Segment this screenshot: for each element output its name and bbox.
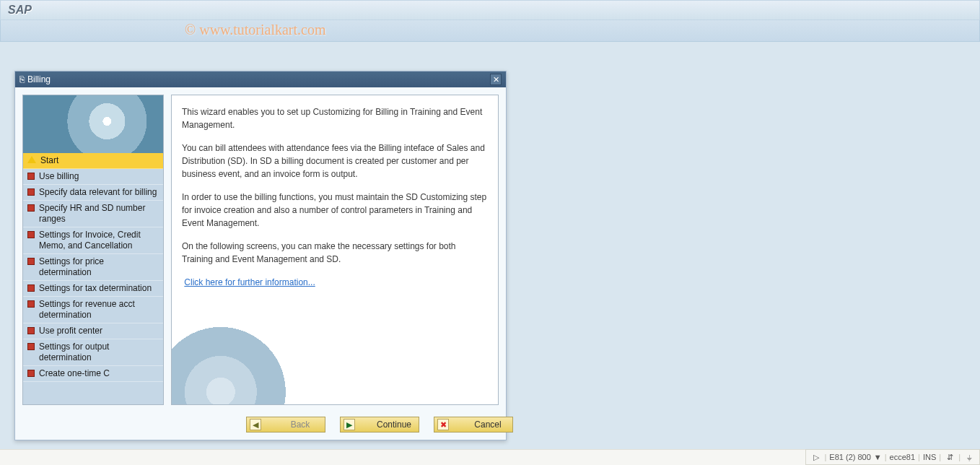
separator: | <box>885 453 887 461</box>
watermark: © www.tutorialkart.com <box>185 22 326 38</box>
step-icon <box>27 231 35 238</box>
wizard-sidebar: Start Use billing Specify data relevant … <box>22 95 164 405</box>
back-icon: ◀ <box>250 419 261 430</box>
app-title: SAP <box>8 4 32 17</box>
dialog-body: Start Use billing Specify data relevant … <box>15 87 506 412</box>
dialog-footer: ◀ Back ▶ Continue ✖ Cancel <box>15 412 506 440</box>
status-network-icon[interactable]: ⏚ <box>963 453 975 461</box>
wizard-step-profit-center[interactable]: Use profit center <box>23 323 163 339</box>
status-bar: ▷ | E81 (2) 800 ▼ | ecce81 | INS | ⇵ | ⏚ <box>805 449 981 465</box>
separator: | <box>825 453 827 461</box>
wizard-step-label: Create one-time C <box>39 368 159 379</box>
dialog-titlebar[interactable]: ⎘ Billing ✕ <box>15 71 506 87</box>
step-icon <box>27 284 35 292</box>
step-icon <box>27 258 35 265</box>
separator: | <box>939 453 941 461</box>
wizard-decor-image <box>23 95 163 153</box>
separator: | <box>918 453 920 461</box>
wizard-step-label: Use profit center <box>39 326 159 336</box>
cancel-button-label: Cancel <box>469 420 507 430</box>
wizard-step-label: Settings for price determination <box>39 256 159 278</box>
continue-button-label: Continue <box>375 420 413 430</box>
dialog-title-text: Billing <box>27 74 51 84</box>
step-icon <box>27 343 35 350</box>
wizard-step-label: Settings for revenue acct determination <box>39 299 159 321</box>
status-triangle-icon[interactable]: ▷ <box>810 453 822 462</box>
status-mode: INS <box>923 453 936 461</box>
continue-button[interactable]: ▶ Continue <box>340 417 419 433</box>
wizard-step-label: Settings for tax determination <box>39 283 159 294</box>
step-icon <box>27 327 35 334</box>
further-info-link[interactable]: Click here for further information... <box>184 277 315 287</box>
back-button[interactable]: ◀ Back <box>246 417 325 433</box>
wizard-step-price-determination[interactable]: Settings for price determination <box>23 254 163 281</box>
wizard-step-number-ranges[interactable]: Specify HR and SD number ranges <box>23 201 163 227</box>
close-icon[interactable]: ✕ <box>490 74 502 85</box>
status-sort-icon[interactable]: ⇵ <box>944 453 955 462</box>
wizard-step-revenue-acct[interactable]: Settings for revenue acct determination <box>23 297 163 323</box>
wizard-step-output-determination[interactable]: Settings for output determination <box>23 339 163 366</box>
wizard-steps-list[interactable]: Start Use billing Specify data relevant … <box>23 153 163 404</box>
wizard-step-label: Start <box>40 155 159 166</box>
billing-dialog: ⎘ Billing ✕ Start Use billing <box>14 71 507 440</box>
separator: | <box>958 453 961 461</box>
step-icon <box>27 173 35 180</box>
status-dropdown-icon[interactable]: ▼ <box>874 453 882 461</box>
wizard-step-use-billing[interactable]: Use billing <box>23 169 163 185</box>
app-titlebar: SAP <box>0 0 980 20</box>
wizard-step-onetime-c[interactable]: Create one-time C <box>23 366 163 382</box>
wizard-step-label: Specify HR and SD number ranges <box>39 203 159 225</box>
step-icon <box>27 188 35 196</box>
wizard-content: This wizard enables you to set up Custom… <box>171 95 499 405</box>
cancel-button[interactable]: ✖ Cancel <box>434 417 513 433</box>
step-icon <box>27 204 35 212</box>
wizard-step-start[interactable]: Start <box>23 153 163 169</box>
wizard-intro-p1: This wizard enables you to set up Custom… <box>182 105 488 131</box>
work-area: ⎘ Billing ✕ Start Use billing <box>0 42 980 465</box>
toolbar-row: © www.tutorialkart.com <box>0 20 980 42</box>
wizard-step-tax-determination[interactable]: Settings for tax determination <box>23 281 163 297</box>
wizard-step-specify-data[interactable]: Specify data relevant for billing <box>23 185 163 201</box>
wizard-step-label: Specify data relevant for billing <box>39 187 159 198</box>
wizard-intro-p4: On the following screens, you can make t… <box>182 240 488 266</box>
step-icon <box>27 300 35 308</box>
wizard-step-label: Use billing <box>39 171 159 182</box>
step-icon <box>27 370 35 377</box>
wizard-step-label: Settings for output determination <box>39 342 159 363</box>
status-system: E81 (2) 800 <box>829 453 870 461</box>
wizard-intro-p2: You can bill attendees with attendance f… <box>182 142 488 181</box>
wizard-step-invoice-settings[interactable]: Settings for Invoice, Credit Memo, and C… <box>23 227 163 254</box>
wizard-step-label: Settings for Invoice, Credit Memo, and C… <box>39 230 159 251</box>
back-button-label: Back <box>281 420 319 430</box>
wizard-intro-p3: In order to use the billing functions, y… <box>182 191 488 230</box>
dialog-title-icon: ⎘ <box>19 74 25 84</box>
forward-icon: ▶ <box>344 419 355 430</box>
warning-icon <box>27 156 36 163</box>
status-server: ecce81 <box>890 453 915 461</box>
cancel-icon: ✖ <box>437 419 449 430</box>
